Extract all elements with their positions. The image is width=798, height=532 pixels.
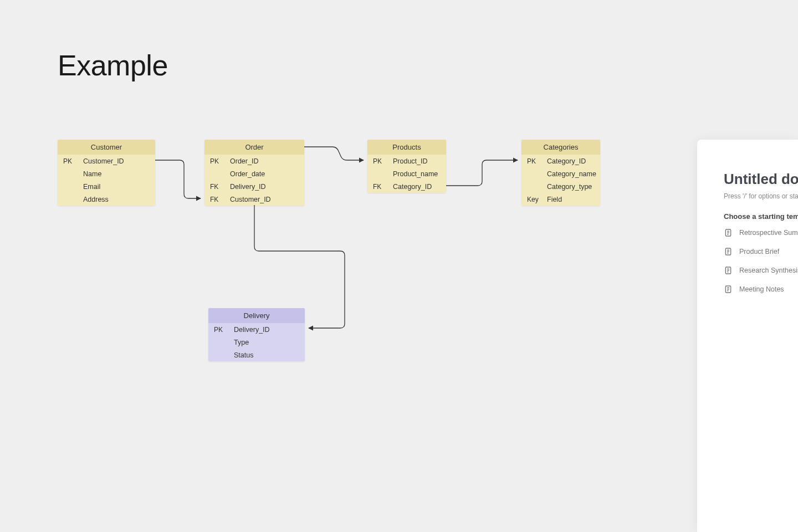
side-panel-subhead: Choose a starting templa — [724, 212, 798, 221]
document-icon — [724, 247, 733, 256]
entity-row: PKOrder_ID — [204, 155, 304, 167]
document-icon — [724, 285, 733, 294]
entity-row: Type — [208, 336, 305, 349]
entity-row: FKCustomer_ID — [204, 193, 304, 206]
entity-row: PKCategory_ID — [521, 155, 600, 167]
entity-field: Delivery_ID — [230, 183, 299, 191]
entity-row: Status — [208, 349, 305, 361]
entity-field: Order_ID — [230, 157, 299, 165]
entity-row: FKDelivery_ID — [204, 180, 304, 193]
entity-field: Category_name — [547, 170, 596, 178]
entity-field: Customer_ID — [83, 157, 150, 165]
entity-customer[interactable]: Customer PKCustomer_ID Name Email Addres… — [58, 140, 155, 206]
template-item-notes[interactable]: Meeting Notes — [724, 285, 798, 294]
entity-field: Status — [234, 351, 299, 359]
entity-field: Field — [547, 196, 595, 203]
entity-row: Category_name — [521, 167, 600, 180]
entity-field: Category_type — [547, 183, 595, 191]
entity-field: Address — [83, 196, 150, 203]
entity-categories-header: Categories — [521, 140, 600, 155]
entity-customer-header: Customer — [58, 140, 155, 155]
side-panel[interactable]: Untitled doc Press '/' for options or st… — [697, 140, 798, 532]
entity-field: Customer_ID — [230, 196, 299, 203]
diagram-canvas[interactable]: Example Customer PKCustomer_ID Name Emai… — [0, 0, 798, 532]
entity-key: Key — [527, 196, 543, 203]
template-item-research[interactable]: Research Synthesis — [724, 266, 798, 275]
template-item-retro[interactable]: Retrospective Summar — [724, 228, 798, 237]
entity-field: Product_name — [393, 170, 441, 178]
entity-delivery-header: Delivery — [208, 308, 305, 323]
entity-delivery[interactable]: Delivery PKDelivery_ID Type Status — [208, 308, 305, 361]
entity-key: PK — [63, 157, 79, 165]
entity-row: Product_name — [367, 167, 446, 180]
entity-field: Delivery_ID — [234, 326, 299, 334]
entity-key: PK — [527, 157, 543, 165]
entity-row: PKProduct_ID — [367, 155, 446, 167]
entity-key: FK — [373, 183, 388, 191]
entity-categories[interactable]: Categories PKCategory_ID Category_name C… — [521, 140, 600, 206]
entity-row: PKDelivery_ID — [208, 323, 305, 336]
entity-row: Order_date — [204, 167, 304, 180]
entity-field: Category_ID — [547, 157, 595, 165]
document-icon — [724, 228, 733, 237]
page-title: Example — [58, 49, 168, 82]
entity-products[interactable]: Products PKProduct_ID Product_name FKCat… — [367, 140, 446, 193]
entity-key: PK — [373, 157, 388, 165]
entity-field: Category_ID — [393, 183, 441, 191]
entity-order-header: Order — [204, 140, 304, 155]
document-icon — [724, 266, 733, 275]
entity-field: Product_ID — [393, 157, 441, 165]
entity-field: Name — [83, 170, 150, 178]
template-label: Product Brief — [739, 248, 779, 255]
template-label: Retrospective Summar — [739, 229, 798, 237]
template-item-brief[interactable]: Product Brief — [724, 247, 798, 256]
entity-row: PKCustomer_ID — [58, 155, 155, 167]
entity-row: Address — [58, 193, 155, 206]
entity-products-header: Products — [367, 140, 446, 155]
entity-key: FK — [210, 183, 226, 191]
entity-row: FKCategory_ID — [367, 180, 446, 193]
entity-field: Type — [234, 339, 299, 346]
entity-key: FK — [210, 196, 226, 203]
entity-field: Order_date — [230, 170, 299, 178]
entity-row: KeyField — [521, 193, 600, 206]
template-list: Retrospective Summar Product Brief Resea… — [724, 228, 798, 294]
template-label: Meeting Notes — [739, 285, 784, 293]
entity-field: Email — [83, 183, 150, 191]
side-panel-hint: Press '/' for options or start w — [724, 192, 798, 200]
template-label: Research Synthesis — [739, 267, 798, 274]
entity-key: PK — [214, 326, 229, 334]
entity-row: Name — [58, 167, 155, 180]
entity-key: PK — [210, 157, 226, 165]
entity-order[interactable]: Order PKOrder_ID Order_date FKDelivery_I… — [204, 140, 304, 206]
entity-row: Category_type — [521, 180, 600, 193]
side-panel-title: Untitled doc — [724, 171, 798, 188]
entity-row: Email — [58, 180, 155, 193]
